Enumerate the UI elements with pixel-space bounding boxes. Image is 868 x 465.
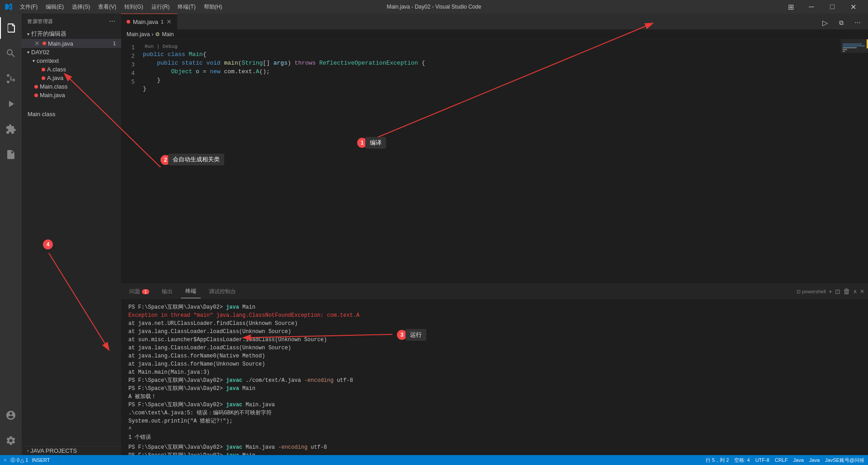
- run-editor-button[interactable]: ▷: [818, 16, 832, 29]
- sidebar-item-run[interactable]: [0, 93, 22, 115]
- terminal-line-1: PS F:\Space\互联网\Java\Day02> java Main: [128, 303, 861, 311]
- problems-label: 问题: [129, 288, 140, 296]
- minimize-button[interactable]: ─: [801, 0, 822, 14]
- panel-tab-output[interactable]: 输出: [157, 285, 177, 298]
- layout-icon[interactable]: ⊞: [780, 0, 801, 14]
- status-encoding[interactable]: UTF-8: [755, 457, 769, 463]
- file-badge: 1: [113, 41, 116, 46]
- activity-bar: [0, 14, 22, 455]
- java-projects-label: JAVA PROJECTS: [30, 447, 77, 454]
- terminal-line-4: at java.lang.ClassLoader.loadClass(Unkno…: [128, 328, 861, 336]
- tab-bar: Main.java 1 ✕ ▷ ⧉ ···: [121, 14, 868, 29]
- java-projects-section[interactable]: › JAVA PROJECTS: [22, 446, 121, 455]
- breadcrumb-file[interactable]: Main.java: [127, 31, 150, 38]
- panel-tab-debug[interactable]: 调试控制台: [204, 285, 241, 298]
- panel-tab-problems[interactable]: 问题 1: [125, 285, 154, 298]
- terminal-line-13: PS F:\Space\互联网\Java\Day02> javac Main.j…: [128, 401, 861, 409]
- file-label: Main.java: [48, 40, 73, 47]
- sidebar: 资源管理器 ··· ▾ 打开的编辑器 ✕ Main.java 1 ▾ DAY02…: [22, 14, 121, 455]
- sidebar-item-account[interactable]: [0, 404, 22, 426]
- terminal-line-12: A 被加载！: [128, 393, 861, 401]
- menu-goto[interactable]: 转到(G): [121, 1, 146, 13]
- status-left: ⑃ ⓪ 0 △ 1 INSERT: [4, 457, 50, 464]
- code-editor: 1 2 3 4 5 Run | Debug public class Main{…: [121, 39, 868, 283]
- terminal-line-19: PS F:\Space\互联网\Java\Day02> java Main: [128, 451, 861, 455]
- sidebar-item-a-class[interactable]: A.class: [22, 65, 121, 74]
- panel-tabs: 问题 1 输出 终端 调试控制台 ⊡ powershell +: [121, 284, 868, 300]
- status-branch[interactable]: ⑃: [4, 457, 7, 463]
- titlebar-left: 文件(F) 编辑(E) 选择(S) 查看(V) 转到(G) 运行(R) 终端(T…: [5, 1, 226, 13]
- status-eol[interactable]: CRLF: [775, 457, 788, 463]
- sidebar-title: 资源管理器: [27, 18, 53, 25]
- add-terminal-button[interactable]: +: [829, 288, 832, 295]
- split-editor-button[interactable]: ⧉: [835, 16, 848, 29]
- maximize-panel-button[interactable]: ∧: [853, 288, 857, 295]
- titlebar: 文件(F) 编辑(E) 选择(S) 查看(V) 转到(G) 运行(R) 终端(T…: [0, 0, 868, 14]
- status-account[interactable]: JavSE账号@问候: [825, 457, 864, 464]
- terminal-content[interactable]: PS F:\Space\互联网\Java\Day02> java Main Ex…: [121, 300, 868, 455]
- terminal-type-label: powershell: [802, 289, 826, 294]
- terminal-line-9: at Main.main(Main.java:3): [128, 368, 861, 376]
- main-java-label: Main.java: [40, 92, 65, 99]
- opened-editors-section[interactable]: ▾ 打开的编辑器: [22, 29, 121, 39]
- status-line-col[interactable]: 行 5，列 2: [706, 457, 729, 464]
- terminal-line-5: at sun.misc.Launcher$AppClassLoader.load…: [128, 336, 861, 344]
- error-dot: [127, 20, 130, 23]
- titlebar-menu[interactable]: 文件(F) 编辑(E) 选择(S) 查看(V) 转到(G) 运行(R) 终端(T…: [16, 1, 226, 13]
- menu-edit[interactable]: 编辑(E): [42, 1, 67, 13]
- editor-tab-main-java[interactable]: Main.java 1 ✕: [121, 14, 177, 29]
- menu-view[interactable]: 查看(V): [94, 1, 120, 13]
- status-insert-mode[interactable]: INSERT: [32, 457, 50, 463]
- code-content[interactable]: Run | Debug public class Main{ public st…: [139, 39, 841, 283]
- sidebar-item-a-java[interactable]: A.java: [22, 74, 121, 82]
- menu-file[interactable]: 文件(F): [16, 1, 41, 13]
- menu-terminal[interactable]: 终端(T): [174, 1, 199, 13]
- split-terminal-button[interactable]: ⊡: [835, 288, 840, 295]
- menu-select[interactable]: 选择(S): [68, 1, 94, 13]
- com-text-folder[interactable]: ▾ com\text: [22, 56, 121, 65]
- powershell-label: ⊡ powershell: [797, 289, 826, 295]
- a-class-label: A.class: [47, 66, 66, 73]
- status-spaces[interactable]: 空格: 4: [734, 457, 750, 464]
- terminal-line-18: PS F:\Space\互联网\Java\Day02> javac Main.j…: [128, 443, 861, 451]
- close-icon[interactable]: ✕: [34, 40, 40, 47]
- terminal-line-7: at java.lang.Class.forName0(Native Metho…: [128, 352, 861, 360]
- sidebar-item-explorer[interactable]: [0, 17, 22, 39]
- sidebar-item-main-java[interactable]: Main.java: [22, 91, 121, 99]
- menu-help[interactable]: 帮助(H): [200, 1, 226, 13]
- more-actions-button[interactable]: ···: [851, 16, 864, 29]
- status-feedback[interactable]: Java: [809, 457, 820, 463]
- close-button[interactable]: ✕: [843, 0, 863, 14]
- menu-run[interactable]: 运行(R): [148, 1, 174, 13]
- close-tab-button[interactable]: ✕: [166, 18, 172, 25]
- delete-terminal-button[interactable]: 🗑: [843, 287, 850, 296]
- window-controls[interactable]: ⊞ ─ □ ✕: [780, 0, 863, 14]
- chevron-down-icon: ▾: [33, 58, 35, 63]
- close-panel-button[interactable]: ✕: [860, 288, 864, 295]
- a-java-label: A.java: [47, 75, 63, 81]
- day02-folder[interactable]: ▾ DAY02: [22, 48, 121, 56]
- sidebar-item-source-control[interactable]: [0, 68, 22, 89]
- sidebar-item-main-java-opened[interactable]: ✕ Main.java 1: [22, 39, 121, 48]
- sidebar-item-settings[interactable]: [0, 430, 22, 451]
- panel-controls: ⊡ powershell + ⊡ 🗑 ∧ ✕: [797, 287, 864, 296]
- output-label: 输出: [162, 288, 173, 296]
- main-class-label: Main.class: [40, 83, 67, 90]
- sidebar-item-test[interactable]: [0, 144, 22, 165]
- code-line-2: public static void main(String[] args) t…: [143, 59, 841, 67]
- sidebar-item-extensions[interactable]: [0, 118, 22, 140]
- error-indicator: [42, 42, 46, 45]
- status-language[interactable]: Java: [793, 457, 804, 463]
- run-debug-hint[interactable]: Run | Debug: [143, 43, 841, 50]
- status-errors[interactable]: ⓪ 0 △ 1: [10, 457, 28, 464]
- terminal-line-16: ^: [128, 425, 861, 433]
- spaces-label: 空格: 4: [734, 457, 750, 464]
- sidebar-item-search[interactable]: [0, 42, 22, 64]
- breadcrumb-class[interactable]: Main: [162, 31, 174, 38]
- sidebar-more-button[interactable]: ···: [109, 17, 116, 25]
- sidebar-item-main-class[interactable]: Main.class: [22, 82, 121, 91]
- warning-count: △ 1: [20, 457, 28, 463]
- error-indicator: [42, 68, 45, 71]
- panel-tab-terminal[interactable]: 终端: [181, 285, 201, 298]
- maximize-button[interactable]: □: [822, 0, 843, 14]
